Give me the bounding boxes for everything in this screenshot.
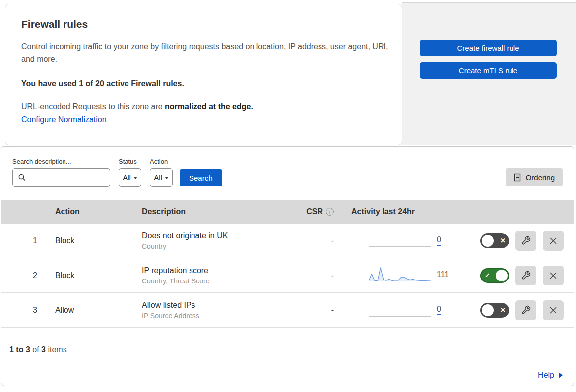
- rule-criteria: IP Source Address: [142, 312, 303, 320]
- rule-description: Allow listed IPs: [142, 301, 303, 310]
- activity-column-header: Activity last 24hr: [344, 207, 458, 216]
- rule-description: IP reputation score: [142, 266, 303, 275]
- search-field: Search description...: [12, 158, 110, 187]
- rule-description-cell: Does not originate in UK Country: [142, 231, 303, 250]
- activity-count-link[interactable]: 0: [437, 305, 441, 315]
- x-icon: ✕: [500, 237, 506, 244]
- actions-panel: Create firewall rule Create mTLS rule: [402, 2, 576, 145]
- check-icon: ✓: [485, 272, 490, 279]
- rule-criteria: Country: [142, 242, 303, 250]
- toggle-knob: [496, 270, 508, 281]
- help-bar: Help: [1, 364, 574, 386]
- table-row: 1 Block Does not originate in UK Country…: [1, 224, 574, 258]
- help-link-label: Help: [538, 371, 554, 380]
- status-select[interactable]: All: [119, 168, 141, 187]
- configure-normalization-link[interactable]: Configure Normalization: [21, 115, 107, 124]
- x-icon: ✕: [500, 307, 506, 313]
- table-header: Action Description CSRi Activity last 24…: [1, 200, 574, 224]
- ordering-button[interactable]: Ordering: [506, 168, 563, 186]
- create-mtls-rule-button[interactable]: Create mTLS rule: [420, 62, 557, 79]
- rule-enable-toggle[interactable]: ✓✕: [480, 233, 509, 248]
- activity-sparkline: [369, 266, 431, 285]
- rule-action: Block: [55, 236, 142, 245]
- edit-rule-button[interactable]: [515, 231, 536, 251]
- firewall-rules-page: Firewall rules Control incoming traffic …: [0, 0, 576, 392]
- rule-csr: -: [303, 306, 344, 315]
- close-icon: [548, 271, 558, 280]
- search-input[interactable]: [26, 173, 110, 182]
- items-total: 3: [41, 345, 46, 354]
- rule-priority: 2: [1, 271, 55, 280]
- chevron-down-icon: [133, 177, 137, 179]
- rule-activity-cell: 0: [344, 231, 458, 250]
- normalization-text: URL-encoded Requests to this zone are: [21, 102, 165, 111]
- header-section: Firewall rules Control incoming traffic …: [0, 0, 576, 145]
- toggle-knob: [482, 235, 494, 247]
- status-field: Status All: [119, 158, 141, 187]
- action-select[interactable]: All: [150, 168, 173, 187]
- rule-controls: ✓✕: [458, 300, 574, 320]
- chevron-down-icon: [165, 177, 169, 179]
- normalization-note: URL-encoded Requests to this zone are no…: [21, 102, 386, 111]
- csr-column-header: CSRi: [303, 207, 344, 216]
- rule-activity-cell: 0: [344, 301, 458, 320]
- rule-criteria: Country, Threat Score: [142, 277, 303, 285]
- rule-controls: ✓✕: [458, 231, 574, 251]
- rule-action: Allow: [55, 306, 142, 315]
- delete-rule-button[interactable]: [543, 231, 564, 251]
- ordering-list-icon: [513, 173, 521, 182]
- page-description: Control incoming traffic to your zone by…: [21, 40, 389, 66]
- usage-summary: You have used 1 of 20 active Firewall ru…: [21, 79, 386, 88]
- search-button[interactable]: Search: [180, 169, 222, 186]
- activity-count-link[interactable]: 0: [437, 235, 441, 246]
- create-firewall-rule-button[interactable]: Create firewall rule: [420, 40, 557, 56]
- wrench-icon: [521, 271, 531, 280]
- rule-priority: 3: [1, 306, 55, 315]
- edit-rule-button[interactable]: [515, 300, 536, 320]
- delete-rule-button[interactable]: [543, 266, 564, 285]
- wrench-icon: [521, 236, 531, 245]
- items-count: 1 to 3 of 3 items: [1, 328, 574, 364]
- rule-description-cell: IP reputation score Country, Threat Scor…: [142, 266, 303, 285]
- search-box[interactable]: [12, 168, 110, 187]
- rule-description: Does not originate in UK: [142, 231, 303, 240]
- help-link[interactable]: Help: [538, 371, 563, 380]
- items-range: 1 to 3: [9, 345, 30, 354]
- description-column-header: Description: [142, 207, 303, 216]
- rule-csr: -: [303, 236, 344, 245]
- intro-card: Firewall rules Control incoming traffic …: [5, 4, 402, 145]
- info-icon[interactable]: i: [326, 208, 334, 216]
- table-row: 3 Allow Allow listed IPs IP Source Addre…: [1, 293, 574, 328]
- filters-bar: Search description... Status All Action …: [1, 147, 574, 200]
- ordering-button-label: Ordering: [526, 173, 555, 182]
- action-column-header: Action: [55, 207, 142, 216]
- close-icon: [548, 305, 558, 315]
- activity-sparkline: [369, 231, 431, 250]
- rule-enable-toggle[interactable]: ✓✕: [480, 268, 509, 283]
- rule-enable-toggle[interactable]: ✓✕: [480, 303, 509, 318]
- chevron-right-icon: [559, 372, 563, 378]
- action-select-value: All: [154, 173, 162, 182]
- activity-count-link[interactable]: 111: [437, 270, 448, 280]
- close-icon: [548, 236, 558, 246]
- search-icon: [18, 173, 26, 182]
- rule-activity-cell: 111: [344, 266, 458, 285]
- table-row: 2 Block IP reputation score Country, Thr…: [1, 258, 574, 293]
- rule-action: Block: [55, 271, 142, 280]
- status-label: Status: [119, 158, 141, 165]
- rule-csr: -: [303, 271, 344, 280]
- wrench-icon: [521, 305, 531, 315]
- normalization-bold-text: normalized at the edge.: [165, 102, 253, 111]
- delete-rule-button[interactable]: [543, 300, 564, 320]
- activity-sparkline: [369, 301, 431, 320]
- toggle-knob: [482, 304, 494, 316]
- action-label: Action: [150, 158, 173, 165]
- edit-rule-button[interactable]: [515, 266, 536, 285]
- rules-card: Search description... Status All Action …: [1, 146, 574, 364]
- rule-controls: ✓✕: [458, 266, 574, 285]
- search-label: Search description...: [12, 158, 110, 165]
- rule-description-cell: Allow listed IPs IP Source Address: [142, 301, 303, 320]
- items-of: of: [32, 345, 39, 354]
- rule-priority: 1: [1, 236, 55, 245]
- status-select-value: All: [123, 173, 131, 182]
